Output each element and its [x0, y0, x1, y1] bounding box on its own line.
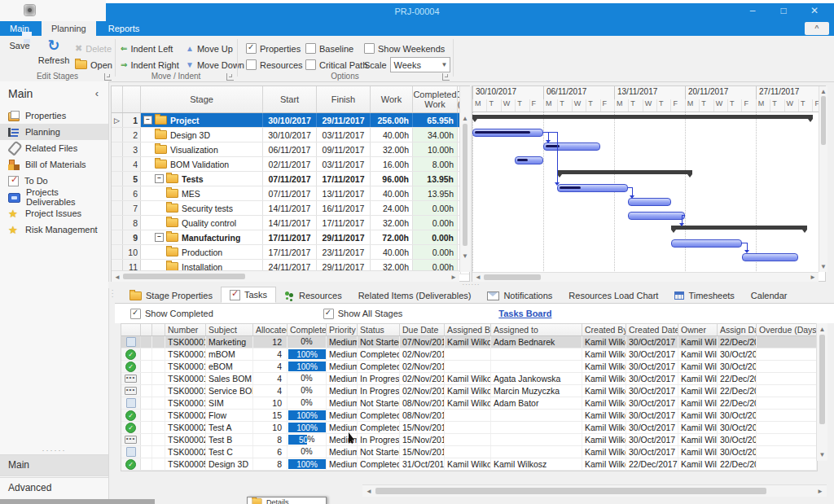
- collapse-sidebar-icon[interactable]: ‹: [95, 83, 99, 104]
- indent-left-button[interactable]: ⇐ Indent Left: [121, 42, 173, 55]
- checkbox-properties[interactable]: Properties: [246, 42, 301, 55]
- minimize-button[interactable]: –: [741, 5, 764, 18]
- task-row-tsk000024[interactable]: TSK000024Test C60%MediumNot Started15/No…: [121, 446, 817, 458]
- task-column-header-assigned-to[interactable]: Assigned to: [491, 324, 582, 335]
- tab-resources-load-chart[interactable]: Resources Load Chart: [560, 288, 666, 303]
- task-column-header[interactable]: [152, 324, 165, 335]
- task-column-header-overdue-days[interactable]: Overdue (Days): [757, 324, 817, 335]
- close-button[interactable]: ✕: [803, 5, 826, 18]
- gantt-summary-bar[interactable]: [557, 170, 691, 174]
- task-column-header-created-by[interactable]: Created By: [582, 324, 626, 335]
- task-column-header-subject[interactable]: Subject: [206, 324, 253, 335]
- ribbon-tab-planning[interactable]: Planning: [42, 21, 96, 36]
- stage-row-mes[interactable]: 6MES07/11/201713/11/201740.00h13.95h: [112, 186, 469, 201]
- gantt-task-bar[interactable]: [742, 253, 799, 261]
- stage-row-visualization[interactable]: 3Visualization06/11/201709/11/201732.00h…: [112, 142, 469, 157]
- stage-grid-vertical-scrollbar[interactable]: ▲▼: [459, 86, 470, 272]
- sidebar-item-project-issues[interactable]: ★Project Issues: [0, 205, 108, 221]
- scale-dropdown[interactable]: Weeks ▼: [390, 57, 450, 72]
- stage-row-security-tests[interactable]: 7Security tests14/11/201716/11/201724.00…: [112, 201, 469, 216]
- task-table-vertical-scrollbar[interactable]: ▲ ▼: [816, 323, 827, 461]
- task-row-tsk000020[interactable]: ✓TSK000020Flow15100%100%MediumCompleted0…: [121, 410, 817, 422]
- tab-stage-properties[interactable]: Stage Properties: [121, 288, 221, 303]
- task-row-tsk000015[interactable]: ✓TSK000015mBOM4100%100%MediumCompleted02…: [121, 348, 817, 361]
- task-column-header-due-date[interactable]: Due Date: [400, 324, 445, 335]
- gantt-task-bar[interactable]: [557, 184, 628, 192]
- gantt-task-bar[interactable]: [671, 239, 742, 248]
- task-row-tsk000023[interactable]: •••TSK000023Test B850%50%MediumIn Progre…: [121, 434, 817, 446]
- open-button[interactable]: Open: [75, 58, 112, 72]
- tab-notifications[interactable]: Notifications: [479, 288, 560, 303]
- show-completed-checkbox[interactable]: Show Completed: [130, 309, 213, 319]
- task-row-tsk000018[interactable]: •••TSK000018Service BOM40%MediumIn Progr…: [121, 385, 817, 397]
- task-row-tsk000017[interactable]: •••TSK000017Sales BOM40%MediumIn Progres…: [121, 373, 817, 385]
- stage-grid-column-header[interactable]: Finish: [317, 86, 371, 112]
- stage-grid-column-header[interactable]: Stage: [141, 86, 263, 112]
- tab-tasks[interactable]: Tasks: [221, 287, 276, 303]
- stage-row-bom-validation[interactable]: 4BOM Validation02/11/201703/11/201716.00…: [112, 157, 469, 172]
- sidebar-item-properties[interactable]: Properties: [0, 107, 108, 124]
- expand-collapse-icon[interactable]: −: [143, 116, 152, 125]
- stage-row-design-3d[interactable]: 2Design 3D30/10/201703/11/201740.00h34.0…: [112, 128, 469, 142]
- stage-row-project[interactable]: ▷1−Project30/10/201729/11/2017256.00h65.…: [112, 113, 469, 128]
- stage-grid-column-header[interactable]: [112, 86, 123, 112]
- stage-grid-column-header[interactable]: Work: [371, 86, 413, 112]
- gantt-task-bar[interactable]: [628, 198, 670, 206]
- maximize-button[interactable]: □: [772, 5, 795, 18]
- stage-grid-horizontal-scrollbar[interactable]: ◄►: [112, 270, 459, 282]
- sidebar-footer-advanced[interactable]: Advanced: [0, 477, 108, 498]
- checkbox-show-weekends[interactable]: Show Weekends: [364, 42, 445, 55]
- collapse-ribbon-button[interactable]: ^: [805, 22, 829, 35]
- task-column-header-created-date[interactable]: Created Date: [626, 324, 678, 335]
- gantt-task-bar[interactable]: [628, 212, 685, 220]
- task-row-tsk000059[interactable]: ✓TSK000059Design 3D8100%100%MediumComple…: [121, 458, 817, 471]
- stage-row-quality-control[interactable]: 8Quality control14/11/201717/11/201732.0…: [112, 216, 469, 230]
- task-column-header-assigned-by[interactable]: Assigned By: [445, 324, 491, 335]
- stage-grid-column-header[interactable]: Completed Work: [413, 86, 458, 112]
- dialog-launcher-icon[interactable]: [442, 73, 450, 81]
- tab-related-items-deliverables[interactable]: Related Items (Deliverables): [350, 288, 480, 303]
- checkbox-critical-path[interactable]: Critical Path: [305, 58, 367, 72]
- task-column-header-priority[interactable]: Priority: [327, 324, 358, 335]
- task-column-header-owner[interactable]: Owner: [678, 324, 718, 335]
- stage-row-tests[interactable]: 5−Tests07/11/201717/11/201796.00h13.95h: [112, 172, 469, 186]
- sidebar-item-bill-of-materials[interactable]: Bill of Materials: [0, 156, 108, 173]
- dialog-launcher-icon[interactable]: [104, 73, 112, 81]
- ribbon-tab-reports[interactable]: Reports: [99, 21, 150, 36]
- expand-collapse-icon[interactable]: −: [155, 233, 164, 242]
- move-up-button[interactable]: ▲ Move Up: [186, 42, 233, 55]
- checkbox-resources[interactable]: Resources: [246, 58, 303, 72]
- task-column-header-number[interactable]: Number: [165, 324, 206, 335]
- tab-resources[interactable]: Resources: [276, 288, 350, 303]
- horizontal-pane-splitter[interactable]: ······: [108, 282, 834, 288]
- sidebar-item-projects-deliverables[interactable]: Projects Deliverables: [0, 189, 108, 205]
- stage-grid-column-header[interactable]: Start: [263, 86, 317, 112]
- checkbox-baseline[interactable]: Baseline: [305, 42, 353, 55]
- gantt-vertical-scrollbar[interactable]: ▲ ▼: [819, 86, 827, 272]
- stage-grid-column-header[interactable]: [123, 86, 141, 112]
- stage-row-manufacturing[interactable]: 9−Manufacturing17/11/201729/11/201772.00…: [112, 230, 469, 245]
- gantt-horizontal-scrollbar[interactable]: ◄ ►: [472, 272, 819, 282]
- task-column-header-status[interactable]: Status: [358, 324, 400, 335]
- tab-timesheets[interactable]: Timesheets: [666, 288, 742, 303]
- gantt-task-bar[interactable]: [472, 129, 543, 137]
- tasks-board-link[interactable]: Tasks Board: [498, 309, 551, 318]
- task-column-header[interactable]: [141, 324, 152, 335]
- gantt-task-bar[interactable]: [515, 156, 543, 164]
- stage-row-production[interactable]: 10Production17/11/201723/11/201740.00h0.…: [112, 245, 469, 260]
- move-down-button[interactable]: ▼ Move Down: [186, 58, 244, 72]
- gantt-summary-bar[interactable]: [472, 115, 813, 119]
- task-row-tsk000022[interactable]: ✓TSK000022Test A10100%100%MediumComplete…: [121, 422, 817, 434]
- task-column-header-assign-date[interactable]: Assign Date: [718, 324, 757, 335]
- task-column-header[interactable]: [121, 324, 141, 335]
- sidebar-item-risk-management[interactable]: ★Risk Management: [0, 221, 108, 238]
- task-row-tsk000016[interactable]: ✓TSK000016eBOM4100%100%MediumCompleted02…: [121, 361, 817, 373]
- sidebar-splitter-grip[interactable]: ······: [0, 446, 108, 454]
- gantt-task-bar[interactable]: [543, 142, 600, 151]
- dialog-launcher-icon[interactable]: [226, 73, 234, 81]
- task-row-tsk000019[interactable]: TSK000019SIM100%MediumNot Started08/Nov/…: [121, 397, 817, 410]
- expand-collapse-icon[interactable]: −: [155, 174, 164, 183]
- sidebar-item-planning[interactable]: Planning: [0, 124, 108, 140]
- gantt-summary-bar[interactable]: [671, 226, 807, 230]
- tab-calendar[interactable]: Calendar: [743, 288, 796, 303]
